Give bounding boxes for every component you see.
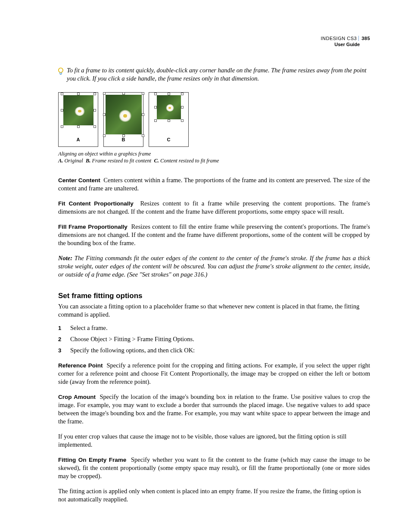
figure-legend: A. Original B. Frame resized to fit cont… [58,157,370,164]
tip-block: To fit a frame to its content quickly, d… [58,66,370,83]
term-reference-point: Reference Point [58,362,103,369]
text-center-content: Centers content within a frame. The prop… [58,177,370,192]
figure-frame-a: A [58,92,98,147]
crop-followup: If you enter crop values that cause the … [58,432,370,449]
def-fill-proportionally: Fill Frame Proportionally Resizes conten… [58,223,370,247]
figure-caption: Aligning an object within a graphics fra… [58,150,370,164]
lightbulb-icon [57,67,65,79]
step-1: Select a frame. [66,324,370,332]
step-2: Choose Object > Fitting > Frame Fitting … [66,335,370,343]
text-crop-amount: Specify the location of the image's boun… [58,393,370,425]
note-label: Note: [58,255,72,261]
legend-text-c: Content resized to fit frame [160,158,219,164]
figure-row: A B [58,92,370,147]
tip-text: To fit a frame to its content quickly, d… [67,66,370,83]
def-crop-amount: Crop Amount Specify the location of the … [58,393,370,426]
text-reference-point: Specify a reference point for the croppi… [58,362,370,385]
legend-key-b: B. [86,158,90,164]
def-fitting-empty: Fitting On Empty Frame Specify whether y… [58,456,370,480]
def-reference-point: Reference Point Specify a reference poin… [58,361,370,386]
header-line1: INDESIGN CS3385 [321,35,371,41]
content-area: To fit a frame to its content quickly, d… [58,66,370,504]
term-fitting-empty: Fitting On Empty Frame [58,457,126,463]
legend-key-a: A. [58,158,63,164]
legend-key-c: C. [154,158,159,164]
section-heading: Set frame fitting options [58,292,370,300]
legend-text-b: Frame resized to fit content [92,158,152,164]
figure-label-b: B [122,136,125,144]
page-number: 385 [358,36,370,41]
figure-frame-b: B [103,92,143,147]
figure-label-c: C [167,136,171,144]
figure-frame-c: C [149,92,189,147]
legend-text-a: Original [65,158,83,164]
def-fit-proportionally: Fit Content Proportionally Resizes conte… [58,199,370,216]
term-fit-prop: Fit Content Proportionally [58,200,134,207]
figure-image-b [106,95,142,134]
fitting-followup: The fitting action is applied only when … [58,487,370,504]
page: INDESIGN CS3385 User Guide To fit a fram… [0,0,411,532]
def-center-content: Center Content Centers content within a … [58,176,370,193]
figure-image-c [157,95,181,119]
header-doc-title: User Guide [321,41,371,47]
product-name: INDESIGN CS3 [321,36,357,41]
step-3: Specify the following options, and then … [66,346,370,355]
term-crop-amount: Crop Amount [58,394,96,400]
running-header: INDESIGN CS3385 User Guide [321,35,371,47]
steps-list: Select a frame. Choose Object > Fitting … [58,324,370,355]
term-fill-prop: Fill Frame Proportionally [58,224,128,230]
section-intro: You can associate a fitting option to a … [58,302,370,319]
figure-caption-title: Aligning an object within a graphics fra… [58,150,370,157]
note-text: The Fitting commands fit the outer edges… [58,255,370,278]
term-center-content: Center Content [58,177,100,184]
figure-label-a: A [77,136,80,144]
figure-image-a [63,95,93,125]
note-block: Note: The Fitting commands fit the outer… [58,254,370,279]
svg-point-0 [59,68,63,72]
